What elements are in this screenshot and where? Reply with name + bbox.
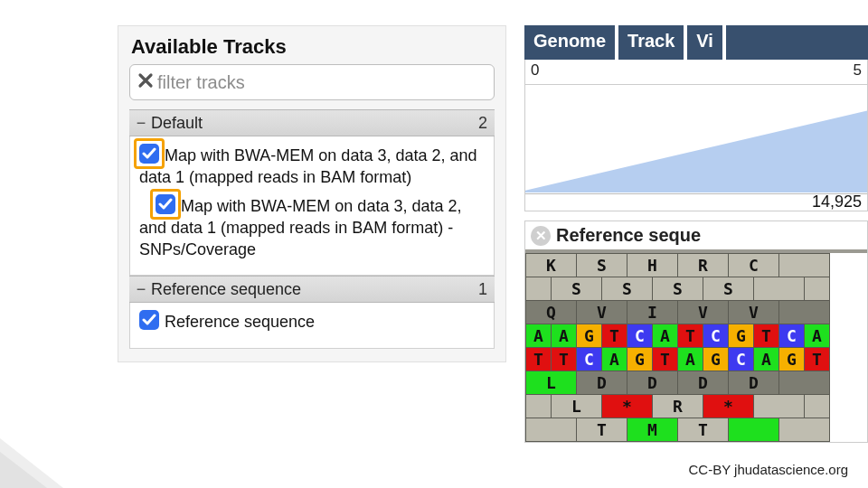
seq-cell: G <box>627 348 653 371</box>
seq-cell: T <box>526 348 552 371</box>
seq-cell: Q <box>526 301 577 324</box>
seq-cell: T <box>577 418 627 442</box>
seq-cell: R <box>653 395 703 418</box>
seq-cell: V <box>678 301 729 324</box>
track-label: Map with BWA-MEM on data 3, data 2, and … <box>139 197 461 259</box>
seq-cell: T <box>678 324 703 348</box>
collapse-icon: − <box>135 280 147 299</box>
seq-cell <box>779 301 830 324</box>
seq-cell: D <box>678 371 729 395</box>
ruler-end: 5 <box>854 61 862 80</box>
track-group-body: Reference sequence <box>129 303 495 348</box>
svg-marker-0 <box>524 104 868 192</box>
seq-cell: G <box>779 348 805 371</box>
track-title: Reference seque <box>556 225 701 246</box>
collapse-icon: − <box>135 114 147 133</box>
seq-cell: A <box>805 324 830 348</box>
seq-cell: C <box>779 324 805 348</box>
seq-cell <box>805 395 830 418</box>
seq-cell: D <box>577 371 627 395</box>
menu-item[interactable]: Genome <box>524 25 618 60</box>
seq-cell: V <box>729 301 779 324</box>
track-group-header[interactable]: −Default2 <box>129 109 495 136</box>
group-count: 2 <box>478 114 489 133</box>
coverage-track[interactable]: 14,925 <box>524 85 868 211</box>
panel-title: Available Tracks <box>131 35 495 59</box>
track-group-header[interactable]: −Reference sequence1 <box>129 276 495 303</box>
seq-cell: T <box>552 348 577 371</box>
track-checkbox[interactable] <box>139 310 159 330</box>
close-track-icon[interactable]: ✕ <box>531 226 551 246</box>
seq-cell: T <box>678 418 729 442</box>
sequence-grid: KSHRCSSSSQVIVVAAGTCATCGTCATTCAGTAGCAGTLD… <box>525 253 830 442</box>
seq-cell: H <box>627 254 678 277</box>
seq-cell: I <box>627 301 678 324</box>
filter-tracks-input[interactable] <box>154 71 486 94</box>
seq-cell: K <box>526 254 577 277</box>
reference-sequence-track[interactable]: ✕ Reference seque KSHRCSSSSQVIVVAAGTCATC… <box>524 221 868 443</box>
seq-cell: G <box>577 324 602 348</box>
filter-tracks-field[interactable] <box>129 64 495 100</box>
seq-cell: A <box>653 324 678 348</box>
seq-cell: L <box>526 371 577 395</box>
seq-cell: S <box>577 254 627 277</box>
ruler-start: 0 <box>531 61 539 80</box>
menu-item[interactable]: Vi <box>687 25 726 60</box>
seq-cell: C <box>729 348 754 371</box>
genome-browser-pane: GenomeTrackVi 0 5 14,925 ✕ Reference seq… <box>524 25 868 443</box>
seq-cell: * <box>703 395 754 418</box>
seq-cell: A <box>678 348 703 371</box>
seq-cell: S <box>653 277 703 301</box>
seq-cell: C <box>627 324 653 348</box>
seq-cell <box>805 277 830 301</box>
track-checkbox[interactable] <box>156 194 175 214</box>
group-count: 1 <box>478 280 489 299</box>
track-group-body: Map with BWA-MEM on data 3, data 2, and … <box>129 136 495 276</box>
seq-cell: T <box>805 348 830 371</box>
seq-cell: S <box>703 277 754 301</box>
group-name: Default <box>147 114 478 133</box>
seq-cell: G <box>729 324 754 348</box>
seq-cell: S <box>602 277 653 301</box>
seq-cell: T <box>602 324 627 348</box>
seq-cell: M <box>627 418 678 442</box>
ruler: 0 5 <box>524 60 868 85</box>
seq-cell: A <box>754 348 779 371</box>
seq-cell: G <box>703 348 729 371</box>
seq-cell: R <box>678 254 729 277</box>
menu-bar: GenomeTrackVi <box>524 25 868 60</box>
seq-cell <box>526 277 552 301</box>
seq-cell: T <box>754 324 779 348</box>
track-label: Map with BWA-MEM on data 3, data 2, and … <box>139 146 477 186</box>
group-name: Reference sequence <box>147 280 478 299</box>
seq-cell: A <box>552 324 577 348</box>
seq-cell: D <box>627 371 678 395</box>
available-tracks-panel: Available Tracks −Default2Map with BWA-M… <box>118 25 506 362</box>
attribution: CC-BY jhudatascience.org <box>689 462 848 477</box>
clear-filter-icon[interactable] <box>137 72 154 92</box>
seq-cell: V <box>577 301 627 324</box>
seq-cell: C <box>577 348 602 371</box>
track-row[interactable]: Map with BWA-MEM on data 3, data 2, and … <box>139 144 485 189</box>
coverage-value: 14,925 <box>812 192 862 211</box>
track-label: Reference sequence <box>165 313 315 331</box>
seq-cell: S <box>552 277 602 301</box>
seq-cell: * <box>602 395 653 418</box>
seq-cell <box>779 371 830 395</box>
seq-cell: A <box>526 324 552 348</box>
seq-cell: D <box>729 371 779 395</box>
seq-cell <box>779 254 830 277</box>
seq-cell: L <box>552 395 602 418</box>
seq-cell: A <box>602 348 627 371</box>
seq-cell <box>526 395 552 418</box>
seq-cell: T <box>653 348 678 371</box>
page-corner-decoration <box>0 452 47 488</box>
track-checkbox[interactable] <box>139 144 159 164</box>
seq-cell: C <box>729 254 779 277</box>
seq-cell <box>779 418 830 442</box>
track-row[interactable]: Map with BWA-MEM on data 3, data 2, and … <box>139 194 485 261</box>
menu-item[interactable]: Track <box>618 25 687 60</box>
track-row[interactable]: Reference sequence <box>139 310 485 333</box>
seq-cell <box>754 277 805 301</box>
seq-cell <box>729 418 779 442</box>
